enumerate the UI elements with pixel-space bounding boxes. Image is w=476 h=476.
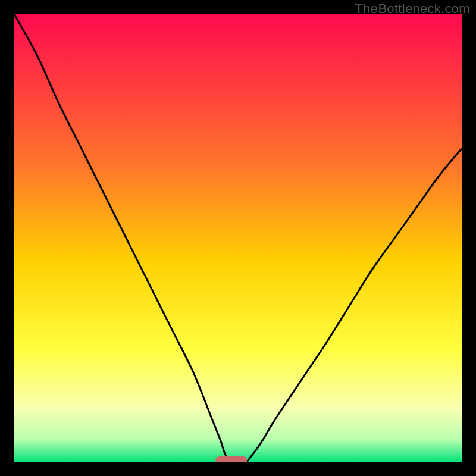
outer-frame: TheBottleneck.com [0,0,476,476]
chart-svg [14,14,462,462]
plot-area [14,14,462,462]
optimal-marker [215,456,247,462]
